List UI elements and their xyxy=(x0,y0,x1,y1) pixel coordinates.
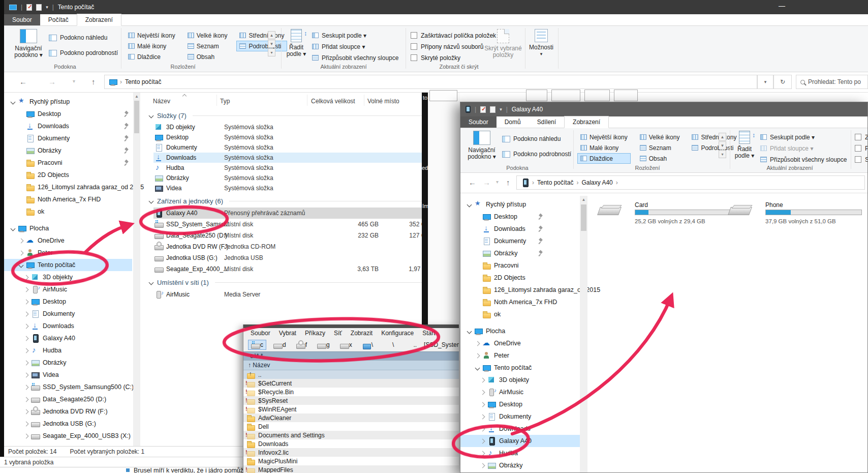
nav-pane-button[interactable]: Navigačnípodokno ▾ xyxy=(12,29,45,58)
file-row[interactable]: DownloadsSystémová složka xyxy=(153,153,426,163)
layout-option[interactable]: Obsah xyxy=(637,153,683,164)
tc-drive-button[interactable]: f xyxy=(293,340,310,350)
layout-option[interactable]: Největší ikony xyxy=(125,30,178,41)
sidebar-item[interactable]: Obrázky xyxy=(4,144,132,157)
sidebar-item[interactable]: Downloads xyxy=(460,423,580,435)
ribbon-tab[interactable]: Sdílení xyxy=(529,116,564,128)
sidebar-item[interactable]: Desktop xyxy=(4,295,132,308)
ribbon-checkbox-row[interactable]: Sk xyxy=(855,154,868,165)
chevron-icon[interactable] xyxy=(24,433,29,438)
chevron-icon[interactable] xyxy=(480,402,485,407)
tc-file-row[interactable]: $WinREAgent xyxy=(243,405,459,413)
chevron-icon[interactable] xyxy=(24,299,29,304)
column-header-type[interactable]: Typ xyxy=(220,98,230,105)
preview-pane-button[interactable]: Podokno náhledu xyxy=(49,34,107,41)
sidebar-item[interactable]: 126_Litomysl zahrada garaz_od 2015 xyxy=(460,284,580,296)
column-header-size[interactable]: Celková velikost xyxy=(311,98,355,105)
chevron-icon[interactable] xyxy=(24,372,29,377)
forward-button[interactable]: → xyxy=(483,178,490,187)
layout-option[interactable]: Podrobnosti xyxy=(689,142,739,153)
search-box[interactable]: Prohledat: Tento po xyxy=(796,75,868,89)
gallery-scroll[interactable]: ▲▼▾ xyxy=(719,133,726,158)
layout-option[interactable]: Dlaždice xyxy=(577,153,631,164)
group-header[interactable]: Zařízení a jednotky (6) xyxy=(144,194,426,208)
tc-file-row[interactable]: $SysReset xyxy=(243,396,459,405)
sidebar-item[interactable]: Obrázky xyxy=(460,459,580,471)
ribbon-tab[interactable]: Zobrazení xyxy=(564,116,609,128)
chevron-icon[interactable] xyxy=(19,250,24,255)
tc-file-row[interactable]: MappedFiles xyxy=(243,465,459,473)
group-chevron-icon[interactable] xyxy=(149,113,154,118)
sidebar-scrollbar[interactable] xyxy=(133,93,140,447)
layout-option[interactable]: Obsah xyxy=(184,51,231,62)
ribbon-tab[interactable]: Soubor xyxy=(4,14,40,25)
nav-pane-button[interactable]: Navigačnípodokno ▾ xyxy=(466,131,498,160)
address-bar[interactable]: › Tento počítač xyxy=(104,75,757,89)
file-row[interactable]: AirMusicMedia Server xyxy=(153,289,426,300)
checkbox-icon[interactable] xyxy=(855,156,861,163)
sidebar-item[interactable]: Dokumenty xyxy=(4,132,132,144)
refresh-button[interactable]: ↻ xyxy=(773,75,792,89)
chevron-icon[interactable] xyxy=(480,414,485,419)
sidebar-item[interactable]: OneDrive xyxy=(4,234,132,247)
back-button[interactable]: ← xyxy=(469,178,476,187)
chevron-icon[interactable] xyxy=(24,409,29,414)
tc-drive-button[interactable]: c xyxy=(248,340,266,350)
tc-menu-item[interactable]: Soubor xyxy=(251,330,270,337)
layout-option[interactable]: Střední ikony xyxy=(689,132,739,142)
current-view-button[interactable]: Seskupit podle ▾ xyxy=(760,132,847,142)
chevron-icon[interactable] xyxy=(24,275,29,280)
sidebar-item[interactable]: Noth America_7x FHD xyxy=(4,193,132,205)
file-row[interactable]: Seagate_Exp_4000_...Místní disk3,63 TB1,… xyxy=(153,263,426,275)
sidebar-item[interactable]: Rychlý přístup xyxy=(4,96,132,108)
checkbox-icon[interactable] xyxy=(411,43,417,50)
sidebar-item[interactable]: Peter xyxy=(4,247,132,259)
current-view-button[interactable]: Přizpůsobit všechny sloupce xyxy=(760,154,847,165)
sidebar-item[interactable]: Obrázky xyxy=(460,247,580,259)
group-header[interactable]: Umístění v síti (1) xyxy=(144,276,426,289)
tc-drive-button[interactable]: \ xyxy=(380,340,397,350)
breadcrumb-galaxy[interactable]: Galaxy A40 xyxy=(581,179,612,186)
chevron-icon[interactable] xyxy=(24,311,29,316)
checkbox-icon[interactable] xyxy=(855,145,861,152)
sidebar-item[interactable]: Hudba xyxy=(460,447,580,459)
tc-file-row[interactable]: Infovox2.lic xyxy=(243,448,459,457)
ribbon-tab[interactable]: Soubor xyxy=(460,116,497,128)
tc-menu-item[interactable]: Příkazy xyxy=(305,330,325,337)
sidebar-item[interactable]: Plocha xyxy=(4,222,132,234)
history-dropdown-icon[interactable]: ▾ xyxy=(496,179,499,185)
group-header[interactable]: Složky (7) xyxy=(144,109,426,122)
chevron-icon[interactable] xyxy=(24,287,29,292)
sidebar-item[interactable]: 2D Objects xyxy=(4,169,132,181)
tc-file-row[interactable]: $GetCurrent xyxy=(243,379,459,388)
chevron-icon[interactable] xyxy=(11,99,16,104)
layout-option[interactable]: Velké ikony xyxy=(637,132,683,142)
tc-file-row[interactable]: MagicPlusMini xyxy=(243,457,459,465)
chevron-icon[interactable] xyxy=(24,397,29,402)
qat-customize-icon[interactable]: ▾ xyxy=(46,5,48,10)
sidebar-item[interactable]: Downloads xyxy=(4,120,132,132)
file-row[interactable]: VideaSystémová složka xyxy=(153,183,426,193)
sidebar-item[interactable]: Galaxy A40 xyxy=(4,332,132,344)
sidebar-item[interactable]: Seagate_Exp_4000_USB3 (X:) xyxy=(4,430,132,442)
sidebar-item[interactable]: Rychlý přístup xyxy=(460,198,580,211)
qat-customize-icon[interactable]: ▾ xyxy=(500,107,502,112)
ribbon-tab[interactable]: Počítač xyxy=(40,14,77,25)
tc-file-row[interactable]: AdwCleaner xyxy=(243,413,459,422)
tc-titlebar-sliver[interactable] xyxy=(243,324,459,328)
sidebar-item[interactable]: Dokumenty xyxy=(460,410,580,423)
file-row[interactable]: ObrázkySystémová složka xyxy=(153,173,426,183)
chevron-icon[interactable] xyxy=(19,262,24,268)
qat-properties-icon[interactable] xyxy=(480,106,486,113)
chevron-icon[interactable] xyxy=(467,329,472,334)
checkbox-icon[interactable] xyxy=(855,134,861,140)
sidebar-item[interactable]: OneDrive xyxy=(460,337,580,349)
scroll-up-icon[interactable]: ▲ xyxy=(133,93,140,100)
chevron-icon[interactable] xyxy=(480,390,485,395)
sidebar-item[interactable]: Downloads xyxy=(4,320,132,332)
details-pane-button[interactable]: Podokno podrobností xyxy=(502,151,571,158)
sidebar-item[interactable]: Hudba xyxy=(4,344,132,357)
sidebar-item[interactable]: Pracovni xyxy=(4,157,132,169)
sidebar-item[interactable]: Desktop xyxy=(460,398,580,410)
file-row[interactable]: Jednotka USB (G:)Jednotka USB xyxy=(153,252,426,263)
